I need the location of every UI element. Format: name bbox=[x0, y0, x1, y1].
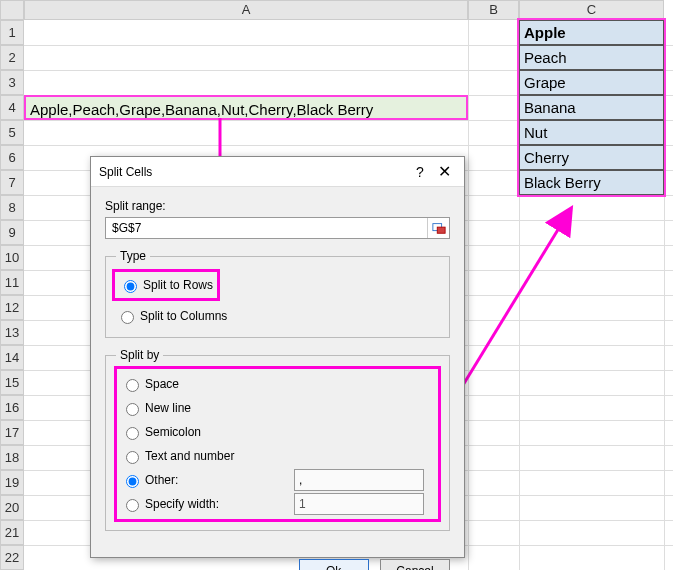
row-header-11[interactable]: 11 bbox=[0, 270, 24, 295]
row-header-22[interactable]: 22 bbox=[0, 545, 24, 570]
radio-text-and-number[interactable]: Text and number bbox=[121, 445, 294, 467]
svg-rect-3 bbox=[437, 227, 445, 233]
row-header-14[interactable]: 14 bbox=[0, 345, 24, 370]
result-cell-3[interactable]: Grape bbox=[519, 70, 664, 95]
row-header-13[interactable]: 13 bbox=[0, 320, 24, 345]
radio-semicolon[interactable]: Semicolon bbox=[121, 421, 294, 443]
row-header-2[interactable]: 2 bbox=[0, 45, 24, 70]
row-header-5[interactable]: 5 bbox=[0, 120, 24, 145]
dialog-buttons: Ok Cancel bbox=[91, 551, 464, 570]
row-header-19[interactable]: 19 bbox=[0, 470, 24, 495]
row-header-7[interactable]: 7 bbox=[0, 170, 24, 195]
row-header-21[interactable]: 21 bbox=[0, 520, 24, 545]
range-picker-button[interactable] bbox=[427, 218, 449, 238]
col-header-C[interactable]: C bbox=[519, 0, 664, 20]
result-column: Apple Peach Grape Banana Nut Cherry Blac… bbox=[519, 20, 664, 195]
radio-split-to-rows-label: Split to Rows bbox=[143, 278, 213, 292]
help-button[interactable]: ? bbox=[408, 164, 432, 180]
row-header-16[interactable]: 16 bbox=[0, 395, 24, 420]
other-delimiter-input[interactable] bbox=[294, 469, 424, 491]
splitby-legend: Split by bbox=[116, 348, 163, 362]
close-button[interactable]: ✕ bbox=[432, 162, 456, 181]
result-cell-7[interactable]: Black Berry bbox=[519, 170, 664, 195]
grid-corner bbox=[0, 0, 24, 20]
row-header-6[interactable]: 6 bbox=[0, 145, 24, 170]
radio-other[interactable]: Other: bbox=[121, 469, 294, 491]
row-header-4[interactable]: 4 bbox=[0, 95, 24, 120]
split-cells-dialog: Split Cells ? ✕ Split range: Type Split … bbox=[90, 156, 465, 558]
col-header-A[interactable]: A bbox=[24, 0, 468, 20]
dialog-title: Split Cells bbox=[99, 165, 408, 179]
result-cell-6[interactable]: Cherry bbox=[519, 145, 664, 170]
row-header-9[interactable]: 9 bbox=[0, 220, 24, 245]
split-range-label: Split range: bbox=[105, 199, 450, 213]
type-legend: Type bbox=[116, 249, 150, 263]
row-header-17[interactable]: 17 bbox=[0, 420, 24, 445]
highlight-splitby: Space New line Semicolon Text and number… bbox=[114, 366, 441, 522]
row-header-10[interactable]: 10 bbox=[0, 245, 24, 270]
range-picker-icon bbox=[432, 221, 446, 235]
radio-split-to-rows-input[interactable] bbox=[124, 280, 137, 293]
radio-newline[interactable]: New line bbox=[121, 397, 294, 419]
highlight-split-to-rows: Split to Rows bbox=[112, 269, 220, 301]
radio-split-to-rows[interactable]: Split to Rows bbox=[119, 274, 213, 296]
cell-A4[interactable]: Apple,Peach,Grape,Banana,Nut,Cherry,Blac… bbox=[24, 95, 468, 120]
row-header-18[interactable]: 18 bbox=[0, 445, 24, 470]
dialog-titlebar[interactable]: Split Cells ? ✕ bbox=[91, 157, 464, 187]
radio-specify-width[interactable]: Specify width: bbox=[121, 493, 294, 515]
radio-split-to-columns-label: Split to Columns bbox=[140, 309, 227, 323]
cancel-button[interactable]: Cancel bbox=[380, 559, 450, 570]
row-header-8[interactable]: 8 bbox=[0, 195, 24, 220]
result-cell-1[interactable]: Apple bbox=[519, 20, 664, 45]
range-input-group bbox=[105, 217, 450, 239]
ok-button[interactable]: Ok bbox=[299, 559, 369, 570]
row-header-12[interactable]: 12 bbox=[0, 295, 24, 320]
radio-space[interactable]: Space bbox=[121, 373, 294, 395]
row-header-15[interactable]: 15 bbox=[0, 370, 24, 395]
splitby-fieldset: Split by Space New line Semicolon Text a… bbox=[105, 348, 450, 531]
row-header-3[interactable]: 3 bbox=[0, 70, 24, 95]
width-input[interactable] bbox=[294, 493, 424, 515]
result-cell-5[interactable]: Nut bbox=[519, 120, 664, 145]
col-header-B[interactable]: B bbox=[468, 0, 519, 20]
row-header-20[interactable]: 20 bbox=[0, 495, 24, 520]
result-cell-4[interactable]: Banana bbox=[519, 95, 664, 120]
row-header-1[interactable]: 1 bbox=[0, 20, 24, 45]
type-fieldset: Type Split to Rows Split to Columns bbox=[105, 249, 450, 338]
radio-split-to-columns[interactable]: Split to Columns bbox=[116, 305, 439, 327]
result-cell-2[interactable]: Peach bbox=[519, 45, 664, 70]
range-input[interactable] bbox=[106, 218, 427, 238]
radio-split-to-columns-input[interactable] bbox=[121, 311, 134, 324]
